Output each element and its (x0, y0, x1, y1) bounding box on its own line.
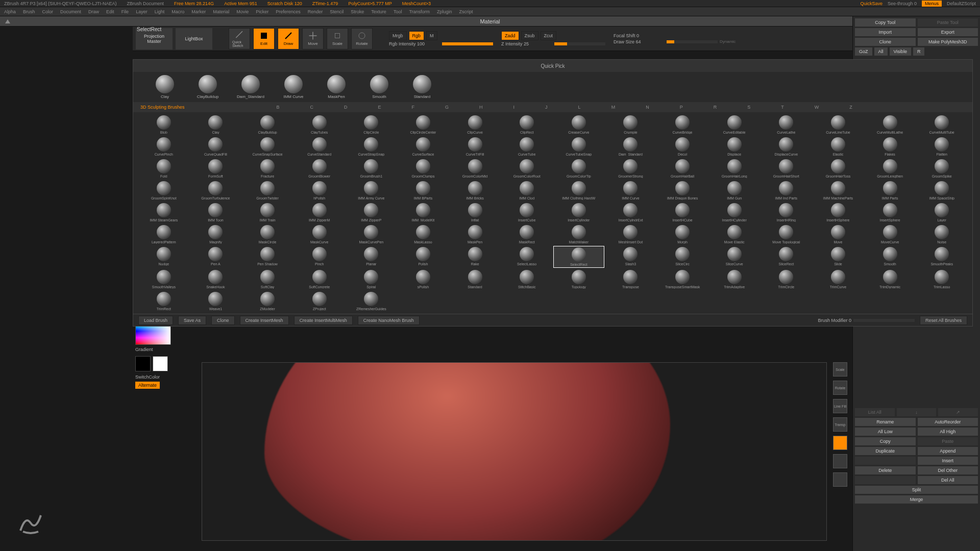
brush-meshinsert-dot[interactable]: MeshInsert Dot (605, 224, 656, 245)
menu-material[interactable]: Material (213, 9, 229, 14)
brush-smoothvalleys[interactable]: SmoothValleys (138, 269, 189, 290)
brush-planar[interactable]: Planar (346, 246, 397, 268)
menu-preferences[interactable]: Preferences (276, 9, 301, 14)
edit-button[interactable]: Edit (253, 28, 275, 49)
brush-polish[interactable]: Polish (398, 246, 449, 268)
brush-maskcurvepen[interactable]: MaskCurvePen (346, 224, 397, 245)
clone-brush-button[interactable]: Clone (211, 316, 235, 325)
brush-groomhairball[interactable]: GroomHairBall (657, 158, 708, 179)
brush-flatten[interactable]: Flatten (916, 136, 967, 157)
filter-letter-c[interactable]: C (310, 105, 314, 110)
brush-trimlasso[interactable]: TrimLasso (916, 269, 967, 290)
draw-button[interactable]: Draw (278, 28, 299, 49)
brush-formsoft[interactable]: FormSoft (190, 158, 241, 179)
dynamic-tool-icon[interactable] (833, 436, 847, 450)
brush-curvetubesnap[interactable]: CurveTubeSnap (553, 136, 604, 157)
brush-curvelinetube[interactable]: CurveLineTube (813, 114, 864, 135)
brush-transpose[interactable]: Transpose (605, 269, 656, 290)
brush-curvebridge[interactable]: CurveBridge (657, 114, 708, 135)
brush-curvequadfill[interactable]: CurveQuadFill (190, 136, 241, 157)
brush-spolish[interactable]: sPolish (398, 269, 449, 290)
brush-slide[interactable]: Slide (813, 246, 864, 268)
goz-all-button[interactable]: All (874, 47, 888, 56)
menu-draw[interactable]: Draw (88, 9, 99, 14)
rotate-tool-icon[interactable]: Rotate (833, 381, 847, 395)
brush-clipcirclecenter[interactable]: ClipCircleCenter (398, 114, 449, 135)
brush-groomturbulence[interactable]: GroomTurbulence (190, 180, 241, 201)
brush-imm-army-curve[interactable]: IMM Army Curve (346, 180, 397, 201)
brush-imm-train[interactable]: IMM Train (242, 202, 293, 223)
brush-matchmaker[interactable]: MatchMaker (553, 224, 604, 245)
brush-groomerstrong[interactable]: GroomerStrong (605, 158, 656, 179)
m-button[interactable]: M (426, 31, 437, 40)
lightbox-button[interactable]: LightBox (176, 28, 212, 49)
brush-maskpen[interactable]: MaskPen (450, 224, 501, 245)
export-button[interactable]: Export (918, 28, 978, 36)
merge-button[interactable]: Merge (855, 495, 978, 504)
dynamic-button[interactable]: Dynamic (720, 39, 736, 44)
brush-imm-toon[interactable]: IMM Toon (190, 202, 241, 223)
brush-trimcircle[interactable]: TrimCircle (761, 269, 812, 290)
filter-letter-i[interactable]: I (513, 105, 515, 110)
brush-groomhairshort[interactable]: GroomHairShort (761, 158, 812, 179)
brush-move-elastic[interactable]: Move Elastic (709, 224, 760, 245)
brush-maskrect[interactable]: MaskRect (501, 224, 552, 245)
duplicate-button[interactable]: Duplicate (855, 447, 916, 455)
save-as-button[interactable]: Save As (178, 316, 206, 325)
brush-groomcolorroot[interactable]: GroomColorRoot (501, 158, 552, 179)
goz-r-button[interactable]: R (913, 47, 925, 56)
create-insertmesh-button[interactable]: Create InsertMesh (240, 316, 289, 325)
menu-zplugin[interactable]: Zplugin (437, 9, 452, 14)
brush-imm-machineparts[interactable]: IMM MachineParts (813, 180, 864, 201)
brush-selectrect[interactable]: SelectRect (553, 246, 604, 268)
material-toggle-icon[interactable] (5, 19, 10, 23)
all-high-button[interactable]: All High (918, 428, 978, 436)
brush-topology[interactable]: Topology (553, 269, 604, 290)
brush-curvelathe[interactable]: CurveLathe (761, 114, 812, 135)
brush-nudge[interactable]: Nudge (138, 246, 189, 268)
brush-standard[interactable]: Standard (450, 269, 501, 290)
list-all-button[interactable]: List All (855, 408, 895, 416)
brush-maskcurve[interactable]: MaskCurve (294, 224, 345, 245)
switch-color-button[interactable]: SwitchColor (135, 374, 176, 380)
brush-groomspinknot[interactable]: GroomSpinKnot (138, 180, 189, 201)
brush-imm-bricks[interactable]: IMM Bricks (450, 180, 501, 201)
viewport-canvas[interactable] (202, 362, 827, 541)
menu-stencil[interactable]: Stencil (330, 9, 344, 14)
brush-inflat[interactable]: Inflat (450, 202, 501, 223)
default-zscript[interactable]: DefaultZScript (947, 1, 976, 6)
quickpick-standard[interactable]: Standard (406, 75, 438, 99)
brush-imm-zipperm[interactable]: IMM ZipperM (294, 202, 345, 223)
make-polymesh-button[interactable]: Make PolyMesh3D (918, 38, 978, 46)
filter-letter-r[interactable]: R (714, 105, 717, 110)
brush-zproject[interactable]: ZProject (294, 291, 345, 312)
secondary-color-swatch[interactable] (135, 356, 151, 371)
brush-clipcircle[interactable]: ClipCircle (346, 114, 397, 135)
filter-letter-j[interactable]: J (545, 105, 548, 110)
menu-layer[interactable]: Layer (136, 9, 148, 14)
brush-claybuildup[interactable]: ClayBuildup (242, 114, 293, 135)
brush-cliprect[interactable]: ClipRect (501, 114, 552, 135)
filter-letter-e[interactable]: E (378, 105, 381, 110)
alternate-button[interactable]: Alternate (135, 382, 160, 389)
brush-insertcylinder[interactable]: InsertCylinder (553, 202, 604, 223)
draw-size-slider[interactable] (667, 40, 718, 43)
brush-inserthring[interactable]: InsertHRing (761, 202, 812, 223)
brush-trimdynamic[interactable]: TrimDynamic (865, 269, 916, 290)
brush-imm-ind-parts[interactable]: IMM Ind Parts (761, 180, 812, 201)
filter-letter-m[interactable]: M (611, 105, 616, 110)
filter-letter-z[interactable]: Z (849, 105, 852, 110)
brush-insertcube[interactable]: InsertCube (501, 202, 552, 223)
z-intensity-slider[interactable] (554, 42, 605, 45)
menu-color[interactable]: Color (42, 9, 54, 14)
all-low-button[interactable]: All Low (855, 428, 916, 436)
brush-clipcurve[interactable]: ClipCurve (450, 114, 501, 135)
menu-zscript[interactable]: Zscript (459, 9, 473, 14)
quickpick-clay[interactable]: Clay (149, 75, 181, 99)
copy-tool-button[interactable]: Copy Tool (855, 18, 916, 27)
filter-letter-w[interactable]: W (815, 105, 819, 110)
menu-movie[interactable]: Movie (236, 9, 249, 14)
brush-move[interactable]: Move (813, 224, 864, 245)
brush-groomcolortip[interactable]: GroomColorTip (553, 158, 604, 179)
autoreorder-button[interactable]: AutoReorder (918, 418, 978, 426)
